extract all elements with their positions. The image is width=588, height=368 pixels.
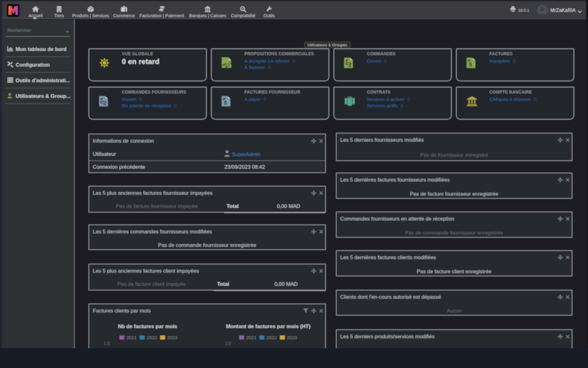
svg-text:$: $ xyxy=(224,100,227,106)
svg-text:$: $ xyxy=(242,8,243,10)
svg-text:$: $ xyxy=(469,62,472,67)
